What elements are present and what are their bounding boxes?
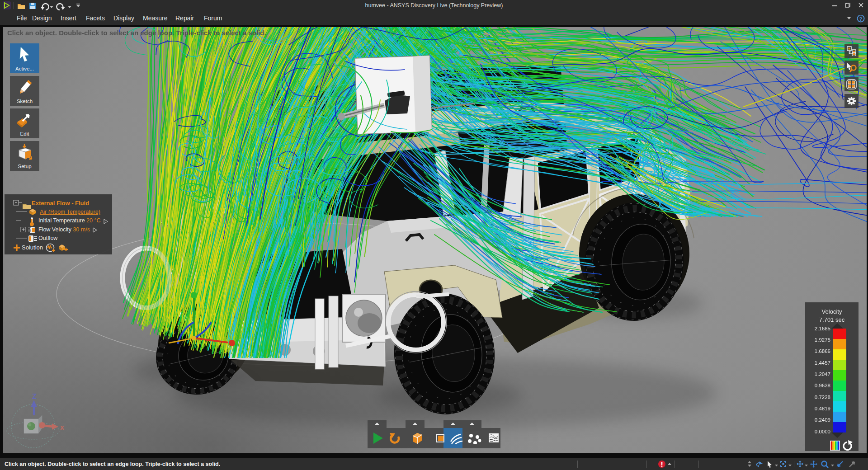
svg-text:0.2409: 0.2409 — [815, 417, 830, 423]
svg-text:1.9275: 1.9275 — [815, 337, 830, 343]
svg-text:?: ? — [859, 16, 863, 22]
svg-text:x: x — [60, 423, 64, 431]
svg-text:1.6866: 1.6866 — [815, 348, 830, 354]
svg-text:0.4819: 0.4819 — [815, 406, 830, 411]
svg-text:Z: Z — [32, 393, 37, 400]
svg-text:1.2047: 1.2047 — [815, 371, 830, 377]
svg-text:0.7228: 0.7228 — [815, 395, 830, 400]
svg-text:0.9638: 0.9638 — [815, 383, 830, 388]
svg-text:2.1685: 2.1685 — [815, 326, 830, 331]
svg-text:0.0000: 0.0000 — [815, 429, 830, 434]
svg-text:1.4457: 1.4457 — [815, 360, 830, 366]
